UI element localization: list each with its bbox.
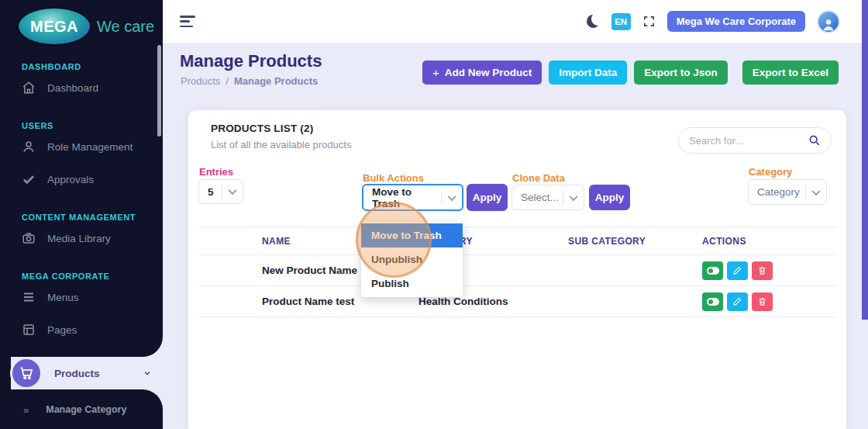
card-title: PRODUCTS LIST (2) [211, 123, 313, 134]
bulk-apply-button[interactable]: Apply [467, 184, 508, 211]
cart-icon [10, 357, 43, 389]
sidebar-subitem-manage-category[interactable]: » Manage Category [0, 398, 163, 421]
header-sub-category: SUB CATEGORY [549, 236, 701, 247]
breadcrumb: Products/Manage Products [181, 75, 318, 87]
sidebar-item-pages[interactable]: Pages [0, 313, 163, 346]
brand-logo[interactable]: MEGA We care [0, 0, 163, 53]
sidebar-item-products-active[interactable]: Products [10, 357, 163, 389]
pencil-icon [732, 265, 742, 275]
cell-actions [701, 292, 836, 311]
sidebar-subitem-label: Manage Category [46, 404, 126, 415]
sidebar-item-label: Media Library [47, 233, 111, 244]
entries-select[interactable]: 5 [198, 179, 243, 204]
corporate-button[interactable]: Mega We Care Corporate [667, 11, 805, 32]
bulk-actions-dropdown-menu: Move to Trash Unpublish Publish [361, 222, 463, 297]
import-data-button[interactable]: Import Data [549, 61, 627, 85]
chevrons-right-icon: » [23, 404, 29, 416]
dark-mode-moon-icon[interactable] [587, 15, 600, 28]
entries-label: Entries [199, 166, 233, 178]
search-input[interactable] [689, 135, 808, 147]
language-badge[interactable]: EN [611, 13, 631, 30]
category-select[interactable]: Category [748, 179, 827, 205]
card-subtitle: List of all the available products [211, 139, 351, 150]
cell-category: Health Conditions [404, 296, 549, 307]
sidebar-item-approvals[interactable]: Approvals [0, 163, 163, 195]
window-scrollbar-thumb[interactable] [862, 0, 868, 320]
toggle-icon [707, 267, 719, 275]
delete-button[interactable] [752, 292, 773, 311]
menu-lines-icon [22, 290, 36, 304]
content-area: Manage Products Products/Manage Products… [163, 43, 868, 429]
hamburger-menu-icon[interactable] [180, 16, 195, 27]
toggle-status-button[interactable] [702, 261, 723, 280]
table-header-row: NAME CATEGORY SUB CATEGORY ACTIONS [198, 227, 836, 255]
section-mega-corporate: MEGA CORPORATE [22, 272, 163, 281]
dropdown-option-move-to-trash[interactable]: Move to Trash [361, 223, 463, 247]
clone-apply-button[interactable]: Apply [589, 185, 630, 210]
chevron-down-icon [222, 189, 243, 195]
toggle-icon [707, 298, 719, 306]
sidebar-item-label: Products [54, 368, 100, 379]
pages-icon [22, 323, 36, 337]
trash-icon [757, 296, 767, 306]
sidebar-item-menus[interactable]: Menus [0, 281, 163, 313]
edit-button[interactable] [727, 261, 748, 280]
sidebar: MEGA We care DASHBOARD Dashboard USERS R… [0, 0, 163, 429]
mega-logo-icon: MEGA [19, 9, 90, 44]
topbar-right-cluster: EN Mega We Care Corporate [587, 10, 840, 33]
cell-name: Product Name test [245, 296, 404, 307]
delete-button[interactable] [752, 261, 773, 280]
sidebar-item-label: Approvals [47, 174, 94, 185]
sidebar-strip [0, 353, 11, 392]
sidebar-item-label: Dashboard [47, 82, 98, 94]
page-header-actions: + Add New Product Import Data Export to … [422, 61, 839, 85]
header-actions: ACTIONS [701, 236, 836, 247]
bulk-actions-label: Bulk Actions [363, 172, 424, 184]
add-new-product-button[interactable]: + Add New Product [422, 61, 542, 85]
toggle-status-button[interactable] [702, 292, 723, 311]
products-table: NAME CATEGORY SUB CATEGORY ACTIONS New P… [198, 227, 836, 317]
sidebar-scrollbar[interactable] [157, 45, 161, 137]
clone-data-select[interactable]: Select... [512, 185, 584, 210]
check-icon [22, 172, 36, 186]
breadcrumb-separator: / [226, 75, 229, 87]
search-icon[interactable] [808, 134, 821, 147]
user-icon [22, 140, 36, 154]
chevron-down-icon [143, 368, 152, 378]
topbar: EN Mega We Care Corporate [163, 0, 868, 43]
chevron-down-icon [442, 195, 462, 201]
sidebar-item-label: Menus [47, 292, 79, 303]
cell-actions [701, 261, 836, 280]
page-title: Manage Products [180, 51, 322, 71]
sidebar-item-label: Role Management [47, 141, 133, 153]
clone-data-label: Clone Data [512, 172, 565, 184]
plus-icon: + [432, 66, 439, 79]
category-label: Category [749, 166, 792, 178]
dropdown-option-unpublish[interactable]: Unpublish [361, 247, 463, 272]
bulk-actions-value: Move to Trash [363, 186, 441, 209]
products-list-card: PRODUCTS LIST (2) List of all the availa… [188, 110, 846, 429]
export-to-json-button[interactable]: Export to Json [634, 61, 728, 85]
dropdown-option-publish[interactable]: Publish [361, 272, 463, 296]
section-users: USERS [22, 121, 163, 130]
breadcrumb-current: Manage Products [234, 75, 318, 87]
category-value: Category [749, 186, 805, 198]
fullscreen-icon[interactable] [642, 15, 656, 28]
sidebar-item-dashboard[interactable]: Dashboard [0, 71, 163, 104]
user-avatar[interactable] [817, 10, 840, 33]
chevron-down-icon [806, 189, 826, 195]
breadcrumb-root[interactable]: Products [181, 75, 220, 87]
sidebar-products-submenu: » Manage Category » Manage Sub Category [0, 389, 163, 429]
export-to-excel-button[interactable]: Export to Excel [742, 61, 839, 85]
bulk-actions-select[interactable]: Move to Trash [362, 184, 463, 211]
search-box [678, 127, 832, 154]
window-scrollbar [862, 0, 868, 429]
camera-icon [22, 231, 36, 245]
sidebar-item-role-management[interactable]: Role Management [0, 130, 163, 163]
table-row: New Product Name [198, 255, 836, 286]
section-content-management: CONTENT MANAGEMENT [22, 213, 163, 222]
table-row: Product Name test Health Conditions [198, 286, 836, 317]
logo-tagline: We care [97, 18, 154, 36]
edit-button[interactable] [727, 292, 748, 311]
sidebar-item-media-library[interactable]: Media Library [0, 222, 163, 254]
